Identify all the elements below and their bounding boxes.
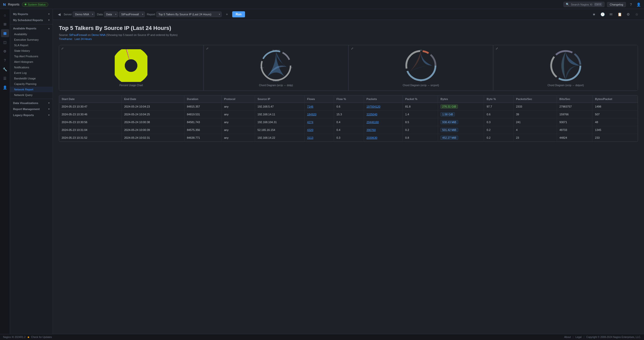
server-select[interactable]: Demo NNA (73, 12, 95, 17)
cell-flows[interactable]: 3113 (304, 134, 334, 142)
sidebar-item-availability[interactable]: Availability (10, 31, 53, 37)
nav-divider-1 (10, 24, 53, 24)
email-icon[interactable]: ✉ (608, 11, 614, 18)
cell-bytes: 938.43 MiB (438, 118, 484, 126)
chart-cell-chord2: ⤢ 443 80 8080 C (349, 45, 493, 90)
cell-end-date: 2024-05-24 10:02:31 (122, 134, 184, 142)
sidebar-item-network-query[interactable]: Network Query (10, 92, 53, 98)
timeframe-value: Last 24 Hours (74, 37, 92, 40)
sidebar-item-top-alert-producers[interactable]: Top Alert Producers (10, 54, 53, 59)
report-select[interactable]: Top 5 Talkers By Source IP (Last 24 Hour… (156, 12, 222, 17)
sidebar-item-network-report[interactable]: Network Report (10, 87, 53, 92)
cell-packets[interactable]: 2030630 (364, 134, 403, 142)
sidebar-home-icon[interactable]: ⌂ (1, 11, 9, 19)
source-name-link[interactable]: StPaulFirewall (69, 33, 87, 36)
main-content: ◀ Server Demo NNA Data Data (53, 9, 644, 334)
check-updates-link[interactable]: Check for Updates (31, 336, 52, 338)
sidebar-gear-icon[interactable]: ⚙ (1, 47, 9, 55)
sidebar-item-sla-report[interactable]: SLA Report (10, 42, 53, 48)
cell-bytes: 501.42 MiB (438, 126, 484, 134)
col-bps: Bits/Sec (557, 95, 592, 103)
sidebar-chart-icon[interactable]: ▦ (1, 29, 9, 37)
cell-bytes: 1.58 GiB (438, 111, 484, 118)
sidebar-item-capacity-planning[interactable]: Capacity Planning (10, 81, 53, 87)
cell-duration: 84815.357 (184, 103, 221, 111)
legacy-reports-header[interactable]: Legacy Reports ▾ (10, 112, 53, 118)
bookmark-icon[interactable]: ☆ (633, 11, 640, 18)
sidebar-item-bandwidth-usage[interactable]: Bandwidth Usage (10, 76, 53, 81)
data-label: Data (97, 13, 103, 16)
sidebar-item-event-log[interactable]: Event Log (10, 70, 53, 76)
cell-flows[interactable]: 7146 (304, 103, 334, 111)
col-bytes: Bytes (438, 95, 484, 103)
sidebar-user-icon[interactable]: 👤 (1, 83, 9, 91)
report-management-header[interactable]: Report Management ▾ (10, 106, 53, 112)
col-source-ip: Source IP (255, 95, 304, 103)
schedule-icon[interactable]: 🕐 (599, 11, 606, 18)
my-reports-header[interactable]: My Reports ▾ (10, 11, 53, 17)
cell-source-ip: 192.168.14.11 (255, 111, 304, 118)
cell-packets[interactable]: 390760 (364, 126, 403, 134)
data-select[interactable]: Data (104, 12, 118, 17)
chord-svg-1: 192.168.5.47 10.0.0.1 192.168.14.11 10.0… (260, 49, 292, 82)
favorite-icon[interactable]: ★ (591, 11, 597, 18)
report-mgmt-chevron: ▾ (48, 108, 50, 110)
server-select-wrap: Demo NNA (73, 12, 95, 17)
add-report-button[interactable]: ＋ (224, 11, 230, 18)
sidebar-help-icon[interactable]: ? (1, 56, 9, 64)
chart-expand-2[interactable]: ⤢ (206, 47, 209, 50)
cell-packets[interactable]: 3335040 (364, 111, 403, 118)
data-select-wrap: Data (104, 12, 118, 17)
available-reports-header[interactable]: Available Reports ▴ (10, 25, 53, 31)
chart-expand-3[interactable]: ⤢ (351, 47, 353, 50)
search-icon: 🔍 (566, 3, 569, 6)
sidebar-list-icon[interactable]: ☰ (1, 74, 9, 82)
sidebar-grid-icon[interactable]: ⊞ (1, 20, 9, 28)
source-select-wrap: StPaulFirewall (119, 12, 145, 17)
cell-flows[interactable]: 184920 (304, 111, 334, 118)
cell-flows[interactable]: 4320 (304, 126, 334, 134)
sidebar-item-state-history[interactable]: State History (10, 48, 53, 54)
cell-bps: 49733 (557, 126, 592, 134)
chart-expand-4[interactable]: ⤢ (496, 47, 498, 50)
sidebar-item-notifications[interactable]: Notifications (10, 65, 53, 70)
table-header-row: Start Date End Date Duration Protocol So… (59, 95, 638, 103)
my-scheduled-reports-header[interactable]: My Scheduled Reports ▾ (10, 17, 53, 23)
cell-packets[interactable]: 20446160 (364, 118, 403, 126)
sidebar-tools-icon[interactable]: 🔧 (1, 65, 9, 73)
report-timeframe: Timeframe: Last 24 Hours (59, 37, 638, 40)
chart-cell-chord1: ⤢ (204, 45, 348, 90)
chart-label-2: Chord Diagram (srcip ↔ dstip) (259, 84, 293, 87)
about-link[interactable]: About (564, 336, 571, 338)
sidebar-monitor-icon[interactable]: ◫ (1, 38, 9, 46)
chart-label-1: Percent Usage Chart (119, 84, 143, 87)
system-status-badge[interactable]: System Status (22, 2, 48, 7)
cell-packets[interactable]: 197934120 (364, 103, 403, 111)
svg-text:8080: 8080 (420, 80, 422, 82)
cell-flows[interactable]: 4274 (304, 118, 334, 126)
sidebar-item-alert-histogram[interactable]: Alert Histogram (10, 59, 53, 65)
source-select[interactable]: StPaulFirewall (119, 12, 145, 17)
sidebar-item-executive-summary[interactable]: Executive Summary (10, 37, 53, 42)
export-icon[interactable]: 📋 (616, 11, 623, 18)
legal-link[interactable]: Legal (575, 336, 581, 338)
user-topbar-icon[interactable]: 👤 (636, 2, 641, 7)
chart-expand-1[interactable]: ⤢ (61, 47, 64, 50)
server-name-link[interactable]: Demo NNA (92, 33, 105, 36)
cell-end-date: 2024-05-24 10:04:23 (122, 103, 184, 111)
data-visualizations-header[interactable]: Data Visualizations ▾ (10, 100, 53, 106)
col-end-date: End Date (122, 95, 184, 103)
cell-bytes: 452.27 MiB (438, 134, 484, 142)
report-select-wrap: Top 5 Talkers By Source IP (Last 24 Hour… (156, 12, 222, 17)
run-button[interactable]: Run (232, 11, 245, 17)
settings-icon[interactable]: ⚙ (625, 11, 631, 18)
chord-svg-2: 443 80 8080 (405, 49, 437, 82)
collapse-button[interactable]: ◀ (57, 11, 62, 17)
system-status-label: System Status (28, 3, 46, 6)
cell-byte-pct: 97.7 (484, 103, 513, 111)
report-meta: Source: StPaulFirewall on Demo NNA (Show… (59, 33, 638, 36)
search-box[interactable]: 🔍 Search Nagios XI Ctrl K (564, 2, 605, 7)
col-packets: Packets (364, 95, 403, 103)
help-topbar-icon[interactable]: ? (628, 2, 633, 7)
changelog-button[interactable]: Changelog (607, 2, 626, 7)
